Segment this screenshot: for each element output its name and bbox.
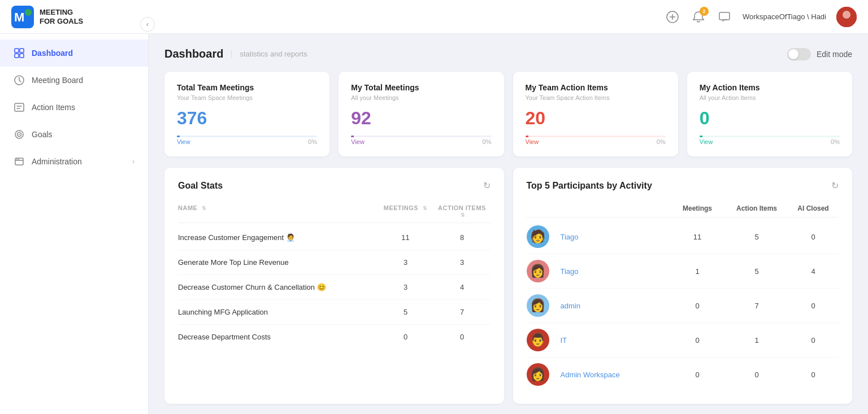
list-item: 👨 IT 0 1 0 (527, 323, 839, 358)
svg-rect-4 (719, 12, 730, 20)
participant-ai-closed: 0 (788, 233, 839, 241)
goal-stats-table-header: NAME ⇅ MEETINGS ⇅ ACTION ITEMS ⇅ (178, 200, 491, 223)
stats-row: Total Team Meetings Your Team Space Meet… (164, 72, 852, 156)
top-header: M MEETING FOR GOALS ‹ 2 WorkspaceOfTiago… (0, 0, 868, 34)
participant-ai-closed: 0 (788, 302, 839, 310)
sort-icon: ⇅ (461, 212, 466, 218)
stat-pct: 0% (831, 138, 840, 145)
list-item: 👩 admin 0 7 0 (527, 289, 839, 323)
stat-bar (351, 136, 491, 137)
sidebar-item-label: Administration (32, 157, 82, 166)
sidebar-collapse-button[interactable]: ‹ (140, 17, 155, 32)
goals-icon (14, 129, 25, 140)
col-meetings: Meetings (669, 204, 726, 212)
participant-action-items: 7 (726, 302, 788, 310)
participants-rows: 🧑 Tiago 11 5 0 👩 Tiago 1 5 4 👩 admin 0 7… (527, 220, 839, 391)
participant-name[interactable]: Tiago (561, 267, 670, 276)
action-items-icon (14, 102, 25, 113)
stat-bar (177, 136, 317, 137)
notification-icon[interactable]: 2 (691, 9, 706, 25)
svg-point-18 (16, 159, 18, 160)
list-item: 🧑 Tiago 11 5 0 (527, 220, 839, 254)
stat-pct: 0% (483, 138, 492, 145)
participant-ai-closed: 0 (788, 336, 839, 345)
col-action-items: Action Items (726, 204, 788, 212)
sidebar-item-label: Dashboard (32, 49, 73, 58)
col-name: NAME ⇅ (178, 204, 377, 218)
card-header: Goal Stats ↻ (178, 180, 491, 191)
stat-card-subtitle: All your Meetings (351, 94, 491, 101)
refresh-icon[interactable]: ↻ (483, 180, 491, 191)
stat-card-subtitle: Your Team Space Meetings (177, 94, 317, 101)
sort-icon: ⇅ (202, 206, 207, 211)
add-icon[interactable] (665, 9, 680, 25)
refresh-icon[interactable]: ↻ (831, 180, 839, 191)
stat-number: 20 (526, 108, 666, 129)
chat-icon[interactable] (717, 9, 732, 25)
participant-ai-closed: 4 (788, 267, 839, 276)
meeting-board-icon (14, 75, 25, 86)
participant-name[interactable]: Tiago (561, 233, 670, 241)
participant-avatar: 👩 (527, 260, 549, 282)
avatar[interactable] (836, 7, 857, 27)
svg-point-19 (18, 159, 19, 160)
stat-bar-row: View 0% (700, 138, 840, 145)
sidebar-item-goals[interactable]: Goals (0, 121, 148, 148)
participant-meetings: 1 (669, 267, 726, 276)
stat-card-title: Total Team Meetings (177, 83, 317, 92)
stat-bar (700, 136, 840, 137)
stat-card-title: My Action Items (700, 83, 840, 92)
header-right: 2 WorkspaceOfTiago \ Hadi (665, 7, 857, 27)
participant-meetings: 0 (669, 302, 726, 310)
participant-action-items: 5 (726, 267, 788, 276)
stat-bar-row: View 0% (177, 138, 317, 145)
participant-meetings: 0 (669, 336, 726, 345)
page-subtitle: statistics and reports (231, 50, 307, 58)
table-row: Decrease Department Costs 0 0 (178, 325, 491, 349)
stat-pct: 0% (657, 138, 666, 145)
participant-avatar: 👨 (527, 329, 549, 351)
svg-rect-11 (20, 54, 24, 58)
participant-name[interactable]: Admin Workspace (561, 371, 670, 379)
list-item: 👩 Admin Workspace 0 0 0 (527, 358, 839, 391)
stat-bar-row: View 0% (351, 138, 491, 145)
stat-card-my-team-action-items: My Team Action Items Your Team Space Act… (513, 72, 678, 156)
stat-card-subtitle: Your Team Space Action Items (526, 94, 666, 101)
sidebar-item-meeting-board[interactable]: Meeting Board (0, 67, 148, 94)
sidebar-item-administration[interactable]: Administration › (0, 148, 148, 175)
participant-action-items: 5 (726, 233, 788, 241)
stat-view-link[interactable]: View (177, 138, 190, 145)
sidebar-item-dashboard[interactable]: Dashboard (0, 40, 148, 67)
stat-view-link[interactable]: View (700, 138, 713, 145)
col-action-items: ACTION ITEMS ⇅ (434, 204, 491, 218)
stat-card-total-team-meetings: Total Team Meetings Your Team Space Meet… (164, 72, 329, 156)
dashboard-icon (14, 47, 25, 59)
main-layout: Dashboard Meeting Board Action Items Goa… (0, 34, 868, 414)
goal-stats-card: Goal Stats ↻ NAME ⇅ MEETINGS ⇅ ACTION IT… (164, 168, 504, 404)
notification-badge: 2 (700, 7, 709, 16)
participant-avatar: 👩 (527, 363, 549, 386)
stat-view-link[interactable]: View (351, 138, 364, 145)
stat-card-my-action-items: My Action Items All your Action Items 0 … (687, 72, 852, 156)
logo-text: MEETING FOR GOALS (40, 8, 83, 25)
stat-view-link[interactable]: View (526, 138, 539, 145)
sidebar-item-label: Goals (32, 130, 53, 139)
logo-area: M MEETING FOR GOALS (11, 6, 83, 28)
bottom-section: Goal Stats ↻ NAME ⇅ MEETINGS ⇅ ACTION IT… (164, 168, 852, 404)
stat-number: 376 (177, 108, 317, 129)
edit-mode-toggle[interactable] (787, 48, 811, 60)
svg-point-16 (19, 134, 20, 135)
sidebar-item-action-items[interactable]: Action Items (0, 94, 148, 121)
svg-rect-10 (15, 54, 19, 58)
participant-meetings: 11 (669, 233, 726, 241)
svg-rect-9 (20, 49, 24, 53)
goal-stats-title: Goal Stats (178, 181, 223, 191)
participant-name[interactable]: IT (561, 336, 670, 345)
chevron-right-icon: › (132, 158, 134, 165)
participant-meetings: 0 (669, 371, 726, 379)
participants-title: Top 5 Participants by Activity (527, 181, 652, 191)
participants-table-header: Meetings Action Items AI Closed (527, 200, 839, 217)
page-title: Dashboard (164, 47, 223, 60)
participant-name[interactable]: admin (561, 302, 670, 310)
table-row: Decrease Customer Churn & Cancellation 😊… (178, 275, 491, 300)
